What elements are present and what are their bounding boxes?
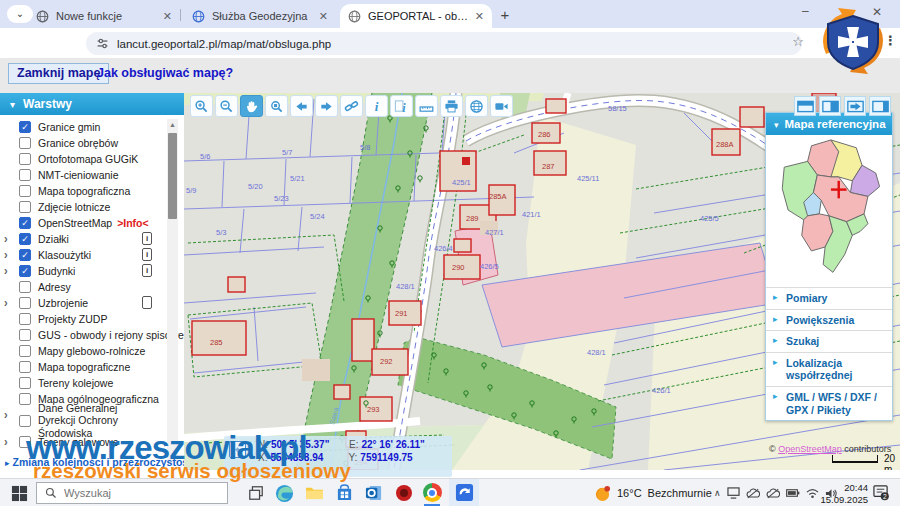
close-map-button[interactable]: Zamknij mapę: [8, 63, 109, 84]
layer-label[interactable]: Mapa topograficzna: [38, 185, 130, 197]
layout-side-button[interactable]: [869, 96, 891, 116]
layer-label[interactable]: Adresy: [38, 281, 71, 293]
osm-link[interactable]: OpenStreetMap: [778, 444, 842, 454]
layer-label[interactable]: GUS - obwody i rejony spisowe: [38, 329, 184, 341]
layer-label[interactable]: Ortofotomapa GUGiK: [38, 153, 138, 165]
tab-close-icon[interactable]: ✕: [319, 10, 328, 23]
layer-label[interactable]: OpenStreetMap: [38, 217, 112, 229]
layer-label[interactable]: NMT-cieniowanie: [38, 169, 119, 181]
onedrive-paused-icon[interactable]: [766, 488, 780, 499]
layer-checkbox[interactable]: [19, 169, 31, 181]
measure-tool-button[interactable]: [415, 95, 438, 117]
layer-checkbox[interactable]: ✓: [19, 121, 31, 133]
layer-checkbox[interactable]: ✓: [19, 233, 31, 245]
red-app-icon[interactable]: [393, 482, 415, 504]
tab-close-icon[interactable]: ✕: [163, 10, 172, 23]
display-icon[interactable]: [727, 487, 740, 499]
new-tab-button[interactable]: +: [496, 6, 514, 24]
ref-panel-item[interactable]: ▸Szukaj: [766, 330, 892, 352]
expand-arrow-icon[interactable]: ›: [4, 434, 8, 448]
window-minimize-button[interactable]: –: [802, 4, 809, 18]
layer-info-icon[interactable]: i: [142, 264, 152, 277]
ref-panel-item[interactable]: ▸Pomiary: [766, 287, 892, 309]
outlook-icon[interactable]: [363, 482, 385, 504]
layer-doc-icon[interactable]: [142, 296, 152, 309]
layer-label[interactable]: Budynki: [38, 265, 75, 277]
globe-tool-button[interactable]: [465, 95, 488, 117]
blue-app-icon[interactable]: [449, 479, 479, 506]
view-next-tool-button[interactable]: [315, 95, 338, 117]
notification-center-icon[interactable]: 2: [872, 485, 890, 505]
expand-arrow-icon[interactable]: ›: [4, 247, 8, 261]
layer-checkbox[interactable]: ✓: [19, 217, 31, 229]
layer-label[interactable]: Granice gmin: [38, 121, 100, 133]
layer-checkbox[interactable]: [19, 281, 31, 293]
layer-label[interactable]: Mapy glebowo-rolnicze: [38, 345, 145, 357]
wifi-icon[interactable]: [806, 488, 819, 499]
address-bar[interactable]: lancut.geoportal2.pl/map/mat/obsluga.php: [86, 32, 802, 55]
layer-checkbox[interactable]: [19, 313, 31, 325]
taskbar-clock[interactable]: 20:44 15.09.2025: [820, 482, 868, 506]
layer-label[interactable]: Granice obrębów: [38, 137, 118, 149]
file-explorer-icon[interactable]: [303, 482, 325, 504]
search-input[interactable]: [64, 487, 214, 499]
layer-label[interactable]: Zdjęcie lotnicze: [38, 201, 110, 213]
start-button[interactable]: [8, 482, 30, 504]
onedrive-paused-icon[interactable]: [746, 488, 760, 499]
bookmark-star-icon[interactable]: ☆: [792, 34, 804, 49]
reference-map-header[interactable]: ▾Mapa referencyjna: [766, 113, 892, 135]
chrome-icon[interactable]: [417, 479, 447, 506]
layer-checkbox[interactable]: [19, 377, 31, 389]
layer-checkbox[interactable]: [19, 185, 31, 197]
sidebar-scrollbar-thumb[interactable]: [168, 133, 177, 219]
browser-tab[interactable]: Nowe funkcje✕: [28, 4, 180, 28]
expand-arrow-icon[interactable]: ›: [4, 407, 8, 422]
browser-tab[interactable]: Służba Geodezyjna✕: [184, 4, 336, 28]
expand-arrow-icon[interactable]: ›: [4, 263, 8, 277]
layer-label[interactable]: Mapa topograficzne: [38, 361, 130, 373]
print-tool-button[interactable]: [440, 95, 463, 117]
layer-label[interactable]: Klasoużytki: [38, 249, 91, 261]
layer-checkbox[interactable]: [19, 137, 31, 149]
browser-tab[interactable]: GEOPORTAL - obsługa zamówie✕: [340, 4, 492, 28]
battery-icon[interactable]: [786, 488, 800, 498]
layer-checkbox[interactable]: [19, 297, 31, 309]
layer-label[interactable]: Projekty ZUDP: [38, 313, 107, 325]
layout-right-button[interactable]: [819, 96, 841, 116]
expand-arrow-icon[interactable]: ›: [4, 231, 8, 245]
ref-panel-item[interactable]: ▸Powiększenia: [766, 309, 892, 331]
layer-checkbox[interactable]: ✓: [19, 265, 31, 277]
layer-checkbox[interactable]: [19, 361, 31, 373]
layer-checkbox[interactable]: ✓: [19, 249, 31, 261]
stream-tool-button[interactable]: [490, 95, 513, 117]
view-prev-tool-button[interactable]: [290, 95, 313, 117]
help-link[interactable]: Jak obsługiwać mapę?: [97, 66, 233, 80]
collapse-panel-button[interactable]: [844, 96, 866, 116]
identify-tool-button[interactable]: i: [365, 95, 388, 117]
url-text[interactable]: lancut.geoportal2.pl/map/mat/obsluga.php: [117, 38, 331, 50]
zoom-out-tool-button[interactable]: [215, 95, 238, 117]
scroll-up-icon[interactable]: ▲: [168, 121, 177, 128]
identify-page-tool-button[interactable]: i: [390, 95, 413, 117]
layer-checkbox[interactable]: [19, 329, 31, 341]
layer-label[interactable]: Tereny kolejowe: [38, 377, 113, 389]
site-settings-icon[interactable]: [96, 37, 109, 50]
hidden-icons-chevron[interactable]: ∧: [714, 488, 721, 498]
store-icon[interactable]: [333, 482, 355, 504]
edge-icon[interactable]: [273, 482, 295, 504]
expand-arrow-icon[interactable]: ›: [4, 295, 8, 309]
taskbar-weather[interactable]: 16°C Bezchmurnie: [594, 479, 712, 506]
layer-info-icon[interactable]: i: [142, 248, 152, 261]
layer-label[interactable]: Uzbrojenie: [38, 297, 88, 309]
ref-panel-item[interactable]: ▸GML / WFS / DXF / GPX / Pikiety: [766, 386, 892, 420]
reference-minimap[interactable]: [766, 135, 892, 287]
zoom-in-tool-button[interactable]: [190, 95, 213, 117]
layers-header[interactable]: ▾Warstwy: [0, 93, 184, 115]
layer-checkbox[interactable]: [19, 345, 31, 357]
layer-checkbox[interactable]: [19, 415, 31, 427]
layer-info-icon[interactable]: i: [142, 232, 152, 245]
zoom-extent-tool-button[interactable]: [265, 95, 288, 117]
task-view-button[interactable]: [245, 482, 267, 504]
link-tool-button[interactable]: [340, 95, 363, 117]
layer-label[interactable]: Działki: [38, 233, 69, 245]
